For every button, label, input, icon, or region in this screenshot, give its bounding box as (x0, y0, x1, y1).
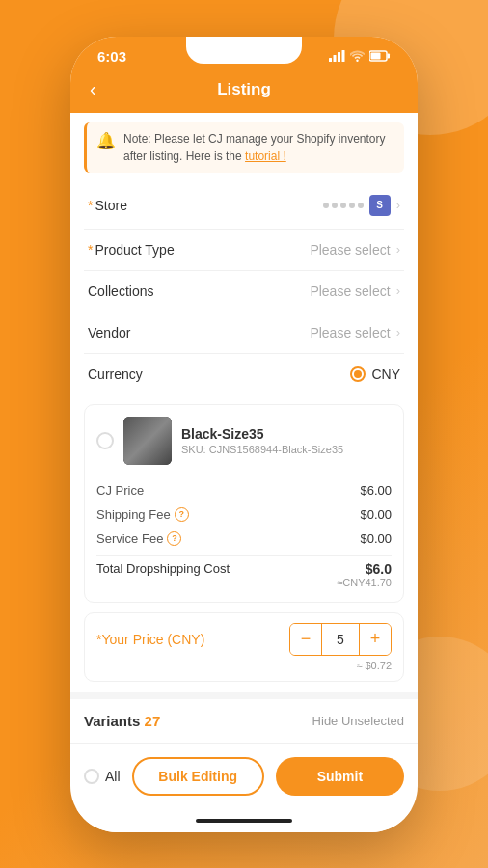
vendor-row[interactable]: Vendor Please select › (84, 312, 404, 354)
notice-text: Note: Please let CJ manage your Shopify … (123, 130, 394, 165)
wifi-icon (350, 50, 365, 62)
svg-rect-6 (388, 54, 391, 59)
total-right: $6.0 ≈CNY41.70 (337, 561, 392, 588)
hide-unselected-label[interactable]: Hide Unselected (312, 714, 404, 728)
svg-rect-2 (338, 52, 340, 62)
shopify-icon: S (369, 195, 391, 216)
home-bar (196, 819, 292, 823)
svg-rect-0 (329, 58, 332, 62)
shipping-info-icon[interactable]: ? (175, 507, 189, 522)
price-stepper[interactable]: − 5 + (289, 623, 392, 656)
store-dots (323, 203, 364, 208)
status-icons (329, 50, 391, 62)
collections-label: Collections (88, 284, 153, 299)
store-row[interactable]: Store S › (84, 182, 404, 230)
collections-value: Please select › (310, 284, 400, 299)
all-radio[interactable] (84, 769, 99, 784)
your-price-label: *Your Price (CNY) (96, 632, 204, 647)
back-button[interactable]: ‹ (90, 78, 96, 100)
svg-rect-3 (342, 50, 345, 62)
chevron-icon: › (396, 284, 400, 298)
app-header: ‹ Listing (70, 70, 418, 113)
all-label: All (105, 769, 121, 784)
shipping-fee-value: $0.00 (360, 507, 392, 522)
section-divider (70, 692, 418, 699)
product-info: Black-Size35 SKU: CJNS1568944-Black-Size… (181, 426, 392, 455)
shipping-fee-label: Shipping Fee ? (96, 507, 189, 522)
product-type-value: Please select › (310, 242, 400, 258)
product-radio[interactable] (96, 432, 114, 449)
battery-icon (369, 50, 391, 62)
product-type-label: Product Type (88, 242, 175, 258)
currency-value: CNY (350, 366, 400, 382)
cj-price-label: CJ Price (96, 483, 144, 498)
chevron-icon: › (396, 325, 400, 339)
all-radio-group[interactable]: All (84, 769, 121, 784)
cj-price-value: $6.00 (360, 483, 392, 498)
currency-label: Currency (88, 366, 143, 382)
product-card: Black-Size35 SKU: CJNS1568944-Black-Size… (84, 404, 404, 603)
product-type-row[interactable]: Product Type Please select › (84, 230, 404, 271)
shipping-fee-row: Shipping Fee ? $0.00 (96, 502, 392, 527)
minus-button[interactable]: − (290, 624, 321, 655)
total-cny: ≈CNY41.70 (337, 577, 392, 588)
currency-radio[interactable] (350, 366, 366, 382)
home-indicator (70, 809, 418, 832)
service-fee-row: Service Fee ? $0.00 (96, 527, 392, 551)
cj-price-row: CJ Price $6.00 (96, 478, 392, 502)
total-value: $6.0 (337, 561, 392, 577)
variants-row: Variants 27 Hide Unselected (70, 699, 418, 744)
form-section: Store S › Product Type Please select › C… (84, 182, 404, 394)
currency-row[interactable]: Currency CNY (84, 354, 404, 394)
product-sku: SKU: CJNS1568944-Black-Size35 (181, 444, 392, 455)
approx-usd: ≈ $0.72 (96, 660, 392, 671)
store-label: Store (88, 198, 127, 213)
signal-icon (329, 50, 345, 62)
plus-button[interactable]: + (360, 624, 391, 655)
service-fee-label: Service Fee ? (96, 531, 181, 546)
chevron-icon: › (396, 242, 400, 257)
collections-row[interactable]: Collections Please select › (84, 271, 404, 312)
vendor-value: Please select › (310, 325, 400, 340)
notice-bar: 🔔 Note: Please let CJ manage your Shopif… (84, 122, 404, 173)
svg-rect-1 (334, 55, 337, 62)
product-name: Black-Size35 (181, 426, 392, 442)
bulk-editing-button[interactable]: Bulk Editing (132, 757, 264, 796)
submit-button[interactable]: Submit (276, 757, 404, 796)
status-time: 6:03 (97, 48, 126, 65)
service-fee-value: $0.00 (360, 531, 392, 546)
tutorial-link[interactable]: tutorial ! (245, 149, 286, 163)
product-image (123, 417, 172, 465)
bottom-row: All Bulk Editing Submit (70, 744, 418, 809)
store-value: S › (323, 195, 400, 216)
total-row: Total Dropshipping Cost $6.0 ≈CNY41.70 (96, 555, 392, 590)
product-header: Black-Size35 SKU: CJNS1568944-Black-Size… (96, 417, 392, 465)
page-title: Listing (217, 80, 271, 99)
total-label: Total Dropshipping Cost (96, 561, 230, 576)
chevron-icon: › (396, 198, 400, 212)
variants-label: Variants 27 (84, 713, 160, 729)
vendor-label: Vendor (88, 325, 130, 340)
service-info-icon[interactable]: ? (167, 531, 181, 546)
svg-rect-5 (371, 53, 381, 60)
variants-count: 27 (145, 713, 161, 729)
speaker-icon: 🔔 (96, 131, 116, 149)
price-value[interactable]: 5 (321, 624, 360, 655)
